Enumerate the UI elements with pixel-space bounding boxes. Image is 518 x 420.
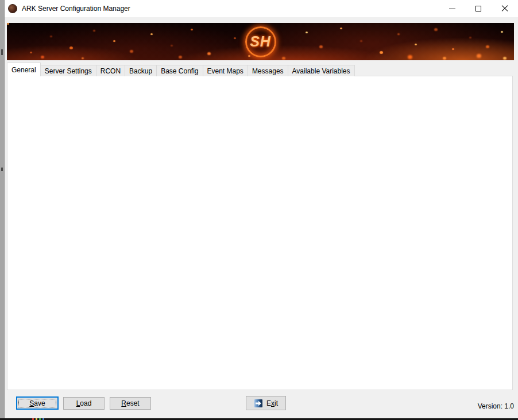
tab-event-maps[interactable]: Event Maps xyxy=(203,65,248,76)
title-bar[interactable]: ARK Server Configuration Manager xyxy=(5,0,518,17)
sh-logo-text: SH xyxy=(250,33,271,50)
app-logo-icon[interactable] xyxy=(8,4,17,13)
close-button[interactable] xyxy=(492,0,518,17)
tab-backup[interactable]: Backup xyxy=(125,65,157,76)
close-icon xyxy=(501,5,509,13)
load-button[interactable]: Load xyxy=(63,397,105,410)
maximize-icon xyxy=(476,6,481,11)
minimize-button[interactable] xyxy=(439,0,465,17)
tab-base-config[interactable]: Base Config xyxy=(156,65,203,76)
tab-rcon[interactable]: RCON xyxy=(96,65,125,76)
exit-arrow-icon xyxy=(254,399,263,408)
exit-button[interactable]: Exit xyxy=(246,396,286,410)
background-window-mark xyxy=(1,49,3,55)
sh-logo: SH xyxy=(245,26,276,57)
tab-available-variables[interactable]: Available Variables xyxy=(288,65,355,76)
background-window-edge xyxy=(0,0,5,420)
reset-button[interactable]: Reset xyxy=(110,397,151,410)
maximize-button[interactable] xyxy=(465,0,492,17)
save-button[interactable]: Save xyxy=(16,396,59,410)
tab-messages[interactable]: Messages xyxy=(248,65,288,76)
fire-banner-image: SH xyxy=(7,23,514,60)
minimize-icon xyxy=(449,9,455,9)
version-label: Version: 1.0 xyxy=(478,402,514,410)
background-window-mark xyxy=(1,168,3,171)
tab-server-settings[interactable]: Server Settings xyxy=(40,65,96,76)
window-title: ARK Server Configuration Manager xyxy=(22,0,130,17)
general-tab-page xyxy=(7,76,513,390)
tab-general[interactable]: General xyxy=(7,63,41,76)
tab-bar: General Server Settings RCON Backup Base… xyxy=(7,63,354,76)
